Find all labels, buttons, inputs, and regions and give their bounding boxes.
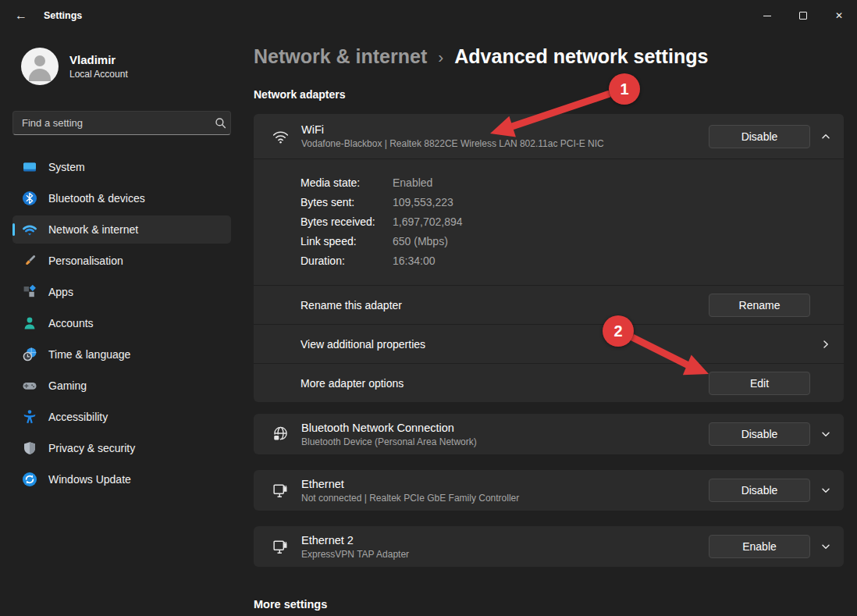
rename-button[interactable]: Rename <box>709 294 810 317</box>
ethernet2-enable-button[interactable]: Enable <box>709 535 810 558</box>
view-additional-properties-label: View additional properties <box>300 338 820 351</box>
rename-adapter-row: Rename this adapter Rename <box>254 285 844 324</box>
detail-label: Link speed: <box>300 235 393 247</box>
sidebar-item-label: Apps <box>48 286 73 298</box>
app-title: Settings <box>44 10 82 21</box>
search-box[interactable] <box>12 111 231 135</box>
rename-adapter-label: Rename this adapter <box>300 299 709 312</box>
apps-icon <box>22 284 37 300</box>
avatar <box>21 48 59 85</box>
sidebar-item-label: Windows Update <box>48 473 131 486</box>
sidebar-item-label: Bluetooth & devices <box>48 192 145 205</box>
sidebar-item-system[interactable]: System <box>12 153 231 181</box>
detail-value: 1,697,702,894 <box>393 215 463 228</box>
sidebar-nav: System Bluetooth & devices Network & int… <box>12 153 231 497</box>
detail-row: Media state: Enabled <box>300 173 844 192</box>
detail-row: Bytes sent: 109,553,223 <box>300 192 844 212</box>
detail-label: Media state: <box>300 176 393 189</box>
back-button[interactable]: ← <box>9 5 33 26</box>
adapter-title: Ethernet <box>301 478 709 490</box>
ethernet-disable-button[interactable]: Disable <box>709 479 810 502</box>
sidebar-item-accounts[interactable]: Accounts <box>12 309 231 337</box>
sidebar-item-network-internet[interactable]: Network & internet <box>12 215 231 244</box>
ethernet2-adapter-card[interactable]: Ethernet 2 ExpressVPN TAP Adapter Enable <box>254 526 844 567</box>
detail-row: Duration: 16:34:00 <box>300 251 844 270</box>
sidebar-item-gaming[interactable]: Gaming <box>12 372 231 400</box>
detail-value: 109,553,223 <box>393 196 453 208</box>
selected-indicator <box>12 223 15 236</box>
sidebar-item-label: Time & language <box>48 348 130 361</box>
chevron-down-icon[interactable] <box>820 485 832 496</box>
sidebar-item-label: Accounts <box>48 317 94 329</box>
bluetooth-icon <box>22 190 37 206</box>
adapter-title: Bluetooth Network Connection <box>301 422 709 434</box>
more-adapter-options-row: More adapter options Edit <box>254 363 844 402</box>
breadcrumb-parent[interactable]: Network & internet <box>254 45 427 68</box>
chevron-right-icon[interactable] <box>820 339 832 350</box>
detail-row: Bytes received: 1,697,702,894 <box>300 212 844 231</box>
network-icon <box>22 222 37 237</box>
sidebar-item-label: Network & internet <box>48 223 138 236</box>
wifi-details: Media state: Enabled Bytes sent: 109,553… <box>254 158 844 285</box>
sidebar-item-windows-update[interactable]: Windows Update <box>12 465 231 493</box>
wifi-disable-button[interactable]: Disable <box>709 125 810 148</box>
user-name: Vladimir <box>69 53 128 66</box>
sidebar-item-personalisation[interactable]: Personalisation <box>12 247 231 275</box>
bluetooth-adapter-card[interactable]: Bluetooth Network Connection Bluetooth D… <box>254 414 844 454</box>
system-icon <box>22 159 37 175</box>
user-account-card[interactable]: Vladimir Local Account <box>21 48 128 85</box>
adapter-title: Ethernet 2 <box>301 534 709 547</box>
page-title: Advanced network settings <box>454 45 708 68</box>
chevron-down-icon[interactable] <box>820 429 832 440</box>
section-more-settings: More settings <box>254 598 327 611</box>
monitor-plug-icon <box>270 482 290 500</box>
search-icon[interactable] <box>210 112 230 134</box>
sidebar-item-accessibility[interactable]: Accessibility <box>12 403 231 431</box>
wifi-adapter-card: WiFi Vodafone-Blackbox | Realtek 8822CE … <box>254 114 844 402</box>
accessibility-icon <box>22 409 37 425</box>
windows-update-icon <box>22 472 37 487</box>
chevron-down-icon[interactable] <box>820 541 832 552</box>
time-language-icon <box>22 347 37 362</box>
detail-value: 16:34:00 <box>393 255 436 267</box>
adapter-subtitle: Not connected | Realtek PCIe GbE Family … <box>301 493 709 504</box>
view-additional-properties-row[interactable]: View additional properties <box>254 324 844 363</box>
search-input[interactable] <box>13 117 210 129</box>
section-network-adapters: Network adapters <box>254 88 345 101</box>
detail-label: Bytes sent: <box>300 196 393 208</box>
detail-row: Link speed: 650 (Mbps) <box>300 231 844 251</box>
more-adapter-options-label: More adapter options <box>300 377 709 390</box>
settings-window: ← Settings ✕ Vladimir Local Account Syst… <box>0 0 857 616</box>
monitor-plug-icon <box>270 538 290 556</box>
sidebar-item-label: Personalisation <box>48 255 123 267</box>
sidebar-item-label: System <box>48 161 85 173</box>
accounts-icon <box>22 315 37 331</box>
sidebar-item-label: Gaming <box>48 379 87 392</box>
bluetooth-disable-button[interactable]: Disable <box>709 422 810 446</box>
ethernet-adapter-card[interactable]: Ethernet Not connected | Realtek PCIe Gb… <box>254 470 844 511</box>
sidebar-item-apps[interactable]: Apps <box>12 278 231 306</box>
arrow-left-icon: ← <box>15 9 27 23</box>
sidebar-item-label: Privacy & security <box>48 442 135 454</box>
main-content: Network & internet › Advanced network se… <box>254 0 844 616</box>
adapter-title: WiFi <box>301 123 709 136</box>
breadcrumb-separator-icon: › <box>438 48 443 66</box>
detail-value: Enabled <box>393 176 432 189</box>
personalisation-icon <box>22 253 37 269</box>
breadcrumb: Network & internet › Advanced network se… <box>254 45 708 68</box>
user-account-type: Local Account <box>69 69 128 80</box>
detail-value: 650 (Mbps) <box>393 235 448 247</box>
sidebar-item-bluetooth-devices[interactable]: Bluetooth & devices <box>12 184 231 212</box>
gaming-icon <box>22 378 37 393</box>
globe-icon <box>270 426 290 443</box>
detail-label: Duration: <box>300 255 393 267</box>
wifi-adapter-header[interactable]: WiFi Vodafone-Blackbox | Realtek 8822CE … <box>254 114 844 158</box>
sidebar-item-time-language[interactable]: Time & language <box>12 340 231 369</box>
adapter-subtitle: Bluetooth Device (Personal Area Network) <box>301 436 709 447</box>
adapter-subtitle: Vodafone-Blackbox | Realtek 8822CE Wirel… <box>301 138 709 149</box>
wifi-icon <box>270 126 290 146</box>
adapter-subtitle: ExpressVPN TAP Adapter <box>301 549 709 560</box>
chevron-up-icon[interactable] <box>820 131 832 142</box>
edit-button[interactable]: Edit <box>709 372 810 395</box>
sidebar-item-privacy-security[interactable]: Privacy & security <box>12 434 231 462</box>
